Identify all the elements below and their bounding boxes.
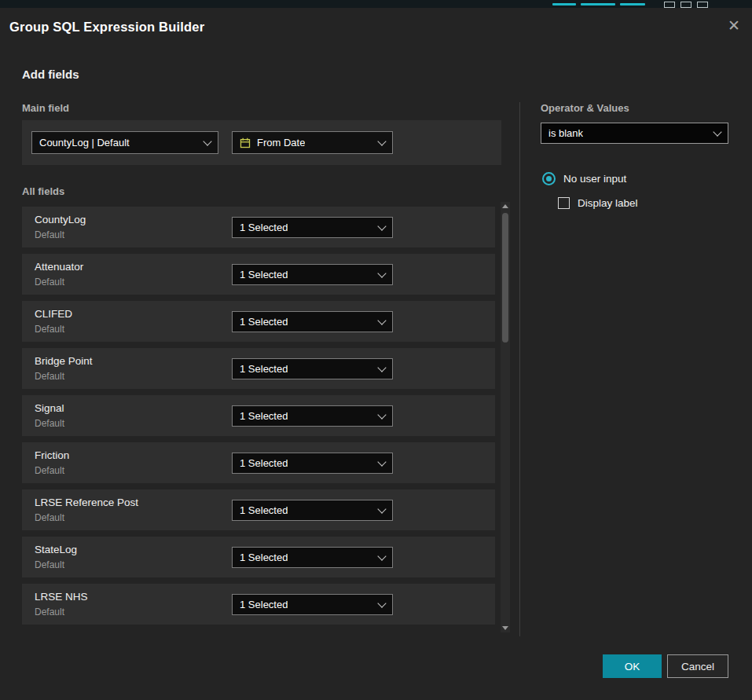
calendar-icon bbox=[240, 137, 251, 148]
field-selected-dropdown[interactable]: 1 Selected bbox=[232, 594, 393, 615]
layer-dropdown-value: CountyLog | Default bbox=[39, 137, 130, 148]
field-row: LRSE Reference Post Default 1 Selected bbox=[22, 489, 495, 530]
field-name: CountyLog bbox=[35, 214, 86, 225]
field-row: CLIFED Default 1 Selected bbox=[22, 301, 495, 342]
field-row: Signal Default 1 Selected bbox=[22, 395, 495, 436]
chevron-down-icon bbox=[377, 552, 386, 560]
chevron-down-icon bbox=[377, 504, 386, 513]
field-row: Attenuator Default 1 Selected bbox=[22, 254, 495, 295]
field-selected-dropdown[interactable]: 1 Selected bbox=[232, 217, 393, 238]
dialog-title: Group SQL Expression Builder bbox=[9, 20, 204, 35]
field-sublabel: Default bbox=[35, 229, 64, 240]
background-link-fragment bbox=[552, 3, 576, 5]
chevron-down-icon bbox=[377, 269, 386, 277]
section-heading-add-fields: Add fields bbox=[22, 68, 79, 81]
background-link-fragment bbox=[620, 3, 645, 5]
background-toolbar-icon bbox=[664, 2, 675, 8]
chevron-down-icon bbox=[377, 410, 386, 419]
field-selected-dropdown[interactable]: 1 Selected bbox=[232, 405, 393, 427]
all-fields-list: CountyLog Default 1 Selected Attenuator … bbox=[22, 207, 495, 631]
vertical-divider bbox=[519, 102, 520, 636]
sql-expression-builder-dialog: Group SQL Expression Builder ✕ Add field… bbox=[0, 8, 752, 700]
chevron-down-icon bbox=[377, 363, 386, 372]
radio-selected-icon bbox=[542, 172, 556, 185]
chevron-down-icon bbox=[203, 137, 211, 145]
field-sublabel: Default bbox=[35, 277, 64, 288]
no-user-input-label: No user input bbox=[563, 173, 626, 185]
main-field-label: Main field bbox=[22, 102, 69, 114]
selected-count-label: 1 Selected bbox=[240, 457, 288, 469]
main-field-dropdown[interactable]: From Date bbox=[232, 131, 393, 154]
field-row: Bridge Point Default 1 Selected bbox=[22, 348, 495, 389]
field-sublabel: Default bbox=[35, 465, 64, 476]
field-name: StateLog bbox=[35, 544, 77, 555]
field-name: Attenuator bbox=[35, 261, 83, 273]
selected-count-label: 1 Selected bbox=[240, 410, 288, 422]
chevron-down-icon bbox=[377, 457, 386, 466]
selected-count-label: 1 Selected bbox=[240, 269, 288, 280]
field-sublabel: Default bbox=[35, 607, 64, 618]
field-name: Bridge Point bbox=[35, 355, 93, 367]
selected-count-label: 1 Selected bbox=[240, 316, 288, 328]
vertical-scrollbar[interactable] bbox=[501, 202, 510, 632]
checkbox-unchecked-icon bbox=[558, 197, 570, 209]
scroll-up-icon[interactable] bbox=[502, 204, 508, 208]
chevron-down-icon bbox=[377, 137, 386, 145]
layer-dropdown[interactable]: CountyLog | Default bbox=[31, 131, 218, 154]
background-toolbar-icon bbox=[680, 2, 691, 8]
field-selected-dropdown[interactable]: 1 Selected bbox=[232, 358, 393, 379]
scrollbar-thumb[interactable] bbox=[502, 213, 508, 343]
display-label-checkbox[interactable]: Display label bbox=[558, 197, 638, 209]
field-name: CLIFED bbox=[35, 308, 72, 320]
field-sublabel: Default bbox=[35, 324, 64, 335]
selected-count-label: 1 Selected bbox=[240, 363, 288, 375]
background-toolbar-icon bbox=[697, 2, 708, 8]
field-selected-dropdown[interactable]: 1 Selected bbox=[232, 547, 393, 568]
field-sublabel: Default bbox=[35, 512, 64, 523]
field-row: CountyLog Default 1 Selected bbox=[22, 207, 495, 247]
operator-dropdown-value: is blank bbox=[548, 127, 583, 139]
chevron-down-icon bbox=[377, 316, 386, 324]
field-sublabel: Default bbox=[35, 371, 64, 382]
chevron-down-icon bbox=[377, 599, 386, 607]
operator-values-label: Operator & Values bbox=[541, 102, 728, 114]
operator-values-panel: Operator & Values is blank No user input… bbox=[541, 102, 728, 114]
background-app-strip bbox=[0, 0, 752, 8]
cancel-button[interactable]: Cancel bbox=[667, 654, 728, 678]
field-row: LRSE NHS Default 1 Selected bbox=[22, 584, 495, 625]
field-row: StateLog Default 1 Selected bbox=[22, 537, 495, 577]
chevron-down-icon bbox=[713, 127, 721, 136]
field-name: Signal bbox=[35, 402, 64, 414]
field-selected-dropdown[interactable]: 1 Selected bbox=[232, 453, 393, 474]
field-name: LRSE Reference Post bbox=[35, 497, 138, 508]
field-sublabel: Default bbox=[35, 418, 64, 429]
all-fields-label: All fields bbox=[22, 185, 64, 197]
background-link-fragment bbox=[581, 3, 615, 5]
display-label-text: Display label bbox=[578, 197, 638, 209]
selected-count-label: 1 Selected bbox=[240, 599, 288, 610]
field-name: LRSE NHS bbox=[35, 591, 88, 603]
no-user-input-radio[interactable]: No user input bbox=[542, 172, 626, 185]
selected-count-label: 1 Selected bbox=[240, 504, 288, 516]
field-selected-dropdown[interactable]: 1 Selected bbox=[232, 500, 393, 521]
chevron-down-icon bbox=[377, 222, 386, 230]
main-field-panel: CountyLog | Default From Date bbox=[22, 120, 501, 165]
close-icon[interactable]: ✕ bbox=[728, 18, 740, 33]
selected-count-label: 1 Selected bbox=[240, 222, 288, 233]
field-name: Friction bbox=[35, 449, 69, 461]
operator-dropdown[interactable]: is blank bbox=[541, 123, 728, 144]
main-field-dropdown-value: From Date bbox=[257, 137, 305, 148]
field-selected-dropdown[interactable]: 1 Selected bbox=[232, 311, 393, 332]
scroll-down-icon[interactable] bbox=[502, 626, 508, 630]
field-sublabel: Default bbox=[35, 559, 64, 570]
selected-count-label: 1 Selected bbox=[240, 552, 288, 563]
ok-button[interactable]: OK bbox=[603, 654, 662, 678]
field-selected-dropdown[interactable]: 1 Selected bbox=[232, 264, 393, 285]
field-row: Friction Default 1 Selected bbox=[22, 442, 495, 483]
